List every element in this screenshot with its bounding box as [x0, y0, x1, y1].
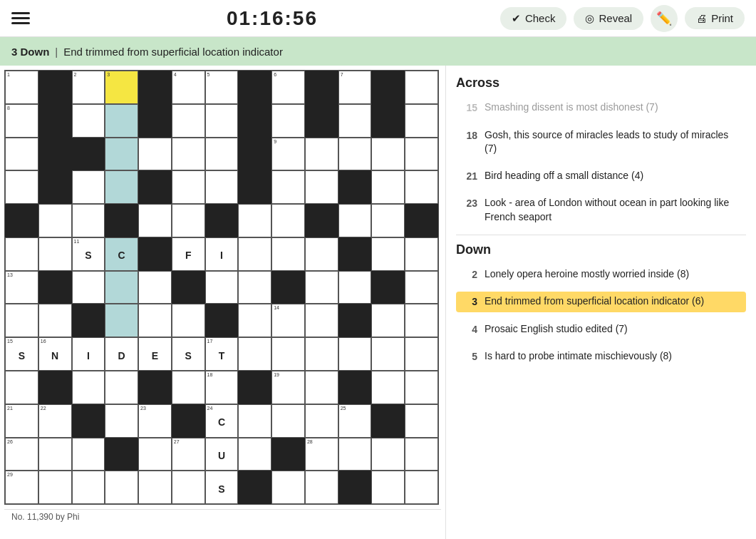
cell-11-9[interactable]: 28	[305, 438, 338, 471]
cell-1-6[interactable]	[205, 104, 239, 138]
cell-3-5[interactable]	[172, 170, 205, 204]
cell-12-12[interactable]	[405, 471, 438, 504]
cell-2-4[interactable]	[138, 138, 172, 171]
cell-11-0[interactable]: 26	[5, 438, 38, 471]
clue-across-23[interactable]: 23 Look - area of London without ocean i…	[456, 193, 746, 227]
cell-5-5[interactable]: F	[172, 237, 205, 271]
cell-12-5[interactable]	[172, 471, 205, 504]
cell-3-0[interactable]	[5, 170, 38, 204]
cell-8-8[interactable]	[271, 337, 305, 371]
cell-4-1[interactable]	[38, 204, 72, 237]
cell-8-3[interactable]: D	[105, 337, 138, 371]
cell-5-12[interactable]	[405, 237, 438, 271]
cell-7-7[interactable]	[238, 304, 271, 337]
cell-11-10[interactable]	[338, 438, 372, 471]
cell-10-6[interactable]: 24C	[205, 404, 239, 438]
clue-down-4[interactable]: 4 Prosaic English studio edited (7)	[456, 319, 746, 340]
cell-2-9[interactable]	[305, 138, 338, 171]
cell-11-12[interactable]	[405, 438, 438, 471]
cell-6-10[interactable]	[338, 271, 372, 304]
cell-0-12[interactable]	[405, 71, 438, 104]
cell-8-2[interactable]: I	[72, 337, 105, 371]
cell-3-2[interactable]	[72, 170, 105, 204]
clues-panel[interactable]: Across 15 Smashing dissent is most disho…	[445, 66, 756, 539]
cell-10-3[interactable]	[105, 404, 138, 438]
cell-5-8[interactable]	[271, 237, 305, 271]
cell-8-11[interactable]	[371, 337, 405, 371]
cell-7-11[interactable]	[371, 304, 405, 337]
cell-6-12[interactable]	[405, 271, 438, 304]
cell-1-2[interactable]	[72, 104, 105, 138]
cell-3-12[interactable]	[405, 170, 438, 204]
crossword-grid[interactable]: 12345678911SCFI131415S16NIDES17T18192122…	[4, 70, 439, 505]
check-button[interactable]: ✔ Check	[500, 7, 567, 30]
cell-5-7[interactable]	[238, 237, 271, 271]
cell-8-9[interactable]	[305, 337, 338, 371]
cell-9-2[interactable]	[72, 371, 105, 404]
cell-5-11[interactable]	[371, 237, 405, 271]
cell-11-5[interactable]: 27	[172, 438, 205, 471]
cell-12-3[interactable]	[105, 471, 138, 504]
cell-2-8[interactable]: 9	[271, 138, 305, 171]
cell-10-8[interactable]	[271, 404, 305, 438]
cell-2-3[interactable]	[105, 138, 138, 171]
cell-5-2[interactable]: 11S	[72, 237, 105, 271]
clue-across-21[interactable]: 21 Bird heading off a small distance (4)	[456, 166, 746, 187]
cell-8-5[interactable]: S	[172, 337, 205, 371]
cell-8-0[interactable]: 15S	[5, 337, 38, 371]
cell-6-9[interactable]	[305, 271, 338, 304]
cell-3-9[interactable]	[305, 170, 338, 204]
cell-9-9[interactable]	[305, 371, 338, 404]
cell-5-1[interactable]	[38, 237, 72, 271]
cell-4-2[interactable]	[72, 204, 105, 237]
cell-1-10[interactable]	[338, 104, 372, 138]
clue-down-2[interactable]: 2 Lonely opera heroine mostly worried in…	[456, 265, 746, 285]
cell-11-4[interactable]	[138, 438, 172, 471]
cell-6-2[interactable]	[72, 271, 105, 304]
cell-7-0[interactable]	[5, 304, 38, 337]
cell-6-7[interactable]	[238, 271, 271, 304]
cell-9-6[interactable]: 18	[205, 371, 239, 404]
cell-12-2[interactable]	[72, 471, 105, 504]
cell-8-7[interactable]	[238, 337, 271, 371]
cell-1-3[interactable]	[105, 104, 138, 138]
cell-9-8[interactable]: 19	[271, 371, 305, 404]
cell-12-4[interactable]	[138, 471, 172, 504]
cell-12-8[interactable]	[271, 471, 305, 504]
cell-12-6[interactable]: S	[205, 471, 239, 504]
cell-6-3[interactable]	[105, 271, 138, 304]
cell-11-7[interactable]	[238, 438, 271, 471]
cell-8-4[interactable]: E	[138, 337, 172, 371]
cell-0-6[interactable]: 5	[205, 71, 239, 104]
cell-12-11[interactable]	[371, 471, 405, 504]
cell-6-6[interactable]	[205, 271, 239, 304]
pencil-button[interactable]: ✏️	[651, 5, 678, 32]
reveal-button[interactable]: ◎ Reveal	[574, 7, 643, 30]
cell-9-0[interactable]	[5, 371, 38, 404]
cell-10-0[interactable]: 21	[5, 404, 38, 438]
cell-7-8[interactable]: 14	[271, 304, 305, 337]
cell-10-7[interactable]	[238, 404, 271, 438]
cell-2-12[interactable]	[405, 138, 438, 171]
cell-11-1[interactable]	[38, 438, 72, 471]
cell-0-0[interactable]: 1	[5, 71, 38, 104]
cell-4-8[interactable]	[271, 204, 305, 237]
cell-1-0[interactable]: 8	[5, 104, 38, 138]
clue-down-5[interactable]: 5 Is hard to probe intimate mischievousl…	[456, 346, 746, 367]
cell-4-11[interactable]	[371, 204, 405, 237]
cell-9-11[interactable]	[371, 371, 405, 404]
cell-10-1[interactable]: 22	[38, 404, 72, 438]
cell-0-2[interactable]: 2	[72, 71, 105, 104]
cell-2-0[interactable]	[5, 138, 38, 171]
cell-7-5[interactable]	[172, 304, 205, 337]
menu-button[interactable]	[11, 12, 30, 24]
cell-0-8[interactable]: 6	[271, 71, 305, 104]
cell-1-12[interactable]	[405, 104, 438, 138]
cell-7-1[interactable]	[38, 304, 72, 337]
cell-10-4[interactable]: 23	[138, 404, 172, 438]
cell-12-9[interactable]	[305, 471, 338, 504]
cell-0-10[interactable]: 7	[338, 71, 372, 104]
cell-9-3[interactable]	[105, 371, 138, 404]
clue-across-18[interactable]: 18 Gosh, this source of miracles leads t…	[456, 125, 746, 159]
cell-3-8[interactable]	[271, 170, 305, 204]
